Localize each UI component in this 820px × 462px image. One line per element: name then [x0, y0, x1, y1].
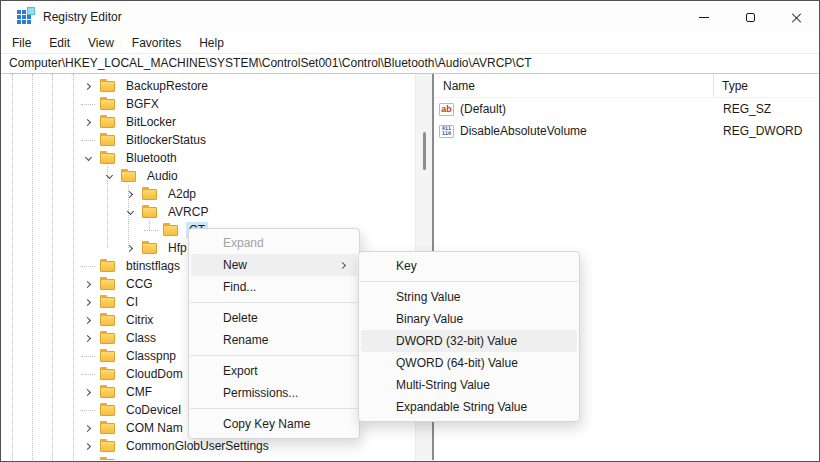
expand-toggle[interactable] [80, 329, 96, 347]
tree-item-backuprestore[interactable]: BackupRestore [2, 77, 415, 95]
column-header-name[interactable]: Name [434, 74, 714, 97]
expand-toggle[interactable] [122, 239, 138, 257]
expand-toggle[interactable] [80, 293, 96, 311]
value-name-cell: 011110DisableAbsoluteVolume [434, 124, 714, 138]
expand-toggle[interactable] [80, 383, 96, 401]
folder-icon [100, 117, 115, 128]
window-controls [681, 1, 819, 33]
expand-toggle[interactable] [101, 167, 117, 185]
folder-icon [100, 423, 115, 434]
context-menu-item-find[interactable]: Find... [191, 276, 357, 298]
column-header-type[interactable]: Type [714, 79, 818, 93]
tree-item-bluetooth[interactable]: Bluetooth [2, 149, 415, 167]
menu-separator [190, 302, 358, 303]
menubar-edit[interactable]: Edit [40, 33, 79, 53]
context-menu-item-rename[interactable]: Rename [191, 329, 357, 351]
tree-connector [80, 347, 96, 365]
value-row-default[interactable]: ab(Default)REG_SZ [434, 98, 818, 120]
chevron-right-icon [83, 442, 90, 449]
dotted-connector [81, 104, 95, 105]
menu-item-label: Find... [223, 280, 256, 294]
expand-toggle[interactable] [80, 455, 96, 460]
folder-icon [100, 333, 115, 344]
expand-toggle[interactable] [80, 437, 96, 455]
folder-icon [100, 81, 115, 92]
chevron-down-icon [105, 171, 112, 178]
dotted-connector [144, 230, 158, 231]
menu-separator [190, 355, 358, 356]
submenu-item-key[interactable]: Key [361, 255, 577, 277]
tree-item-a2dp[interactable]: A2dp [2, 185, 415, 203]
tree-item-avrcp[interactable]: AVRCP [2, 203, 415, 221]
value-type: REG_SZ [714, 102, 818, 116]
submenu-item-dword-32-bit-value[interactable]: DWORD (32-bit) Value [361, 330, 577, 352]
close-button[interactable] [773, 1, 819, 33]
context-menu-item-export[interactable]: Export [191, 360, 357, 382]
tree-item-bitlockerstatus[interactable]: BitlockerStatus [2, 131, 415, 149]
folder-icon [100, 297, 115, 308]
submenu-item-binary-value[interactable]: Binary Value [361, 308, 577, 330]
value-list: ab(Default)REG_SZ011110DisableAbsoluteVo… [434, 98, 818, 142]
scrollbar-thumb[interactable] [423, 132, 426, 170]
chevron-right-icon [83, 280, 90, 287]
menubar-file[interactable]: File [3, 33, 40, 53]
tree-connector [80, 365, 96, 383]
folder-icon [100, 405, 115, 416]
expand-toggle[interactable] [80, 419, 96, 437]
tree-item-blank[interactable] [2, 455, 415, 460]
expand-toggle[interactable] [122, 185, 138, 203]
menubar-view[interactable]: View [79, 33, 123, 53]
expand-toggle[interactable] [80, 149, 96, 167]
menu-separator [190, 408, 358, 409]
folder-icon [100, 261, 115, 272]
menu-item-label: String Value [396, 290, 460, 304]
tree-item-label: BackupRestore [123, 78, 211, 94]
submenu-item-multi-string-value[interactable]: Multi-String Value [361, 374, 577, 396]
menu-item-label: Binary Value [396, 312, 463, 326]
menu-item-label: Export [223, 364, 258, 378]
context-menu-item-new[interactable]: New [191, 254, 357, 276]
menu-separator [360, 281, 578, 282]
expand-toggle[interactable] [122, 203, 138, 221]
submenu-item-string-value[interactable]: String Value [361, 286, 577, 308]
context-menu-item-copy-key-name[interactable]: Copy Key Name [191, 413, 357, 435]
list-header: Name Type [434, 74, 818, 98]
maximize-button[interactable] [727, 1, 773, 33]
registry-editor-window: Registry Editor FileEditViewFavoritesHel… [0, 0, 820, 462]
expand-toggle[interactable] [80, 77, 96, 95]
chevron-right-icon [83, 424, 90, 431]
dotted-connector [81, 356, 95, 357]
context-menu-item-delete[interactable]: Delete [191, 307, 357, 329]
minimize-button[interactable] [681, 1, 727, 33]
dword-value-icon: 011110 [439, 125, 454, 138]
tree-item-label: COM Nam [123, 420, 186, 436]
tree-item-commonglobusersettings[interactable]: CommonGlobUserSettings [2, 437, 415, 455]
tree-item-audio[interactable]: Audio [2, 167, 415, 185]
tree-item-bitlocker[interactable]: BitLocker [2, 113, 415, 131]
context-menu-item-permissions[interactable]: Permissions... [191, 382, 357, 404]
chevron-right-icon [125, 190, 132, 197]
tree-item-label: Bluetooth [123, 150, 180, 166]
submenu-item-expandable-string-value[interactable]: Expandable String Value [361, 396, 577, 418]
window-title: Registry Editor [43, 10, 122, 24]
folder-icon [100, 135, 115, 146]
menubar-favorites[interactable]: Favorites [123, 33, 190, 53]
menubar-help[interactable]: Help [190, 33, 233, 53]
menu-item-label: Delete [223, 311, 258, 325]
expand-toggle[interactable] [80, 275, 96, 293]
tree-item-bgfx[interactable]: BGFX [2, 95, 415, 113]
tree-item-label: CloudDom [123, 366, 186, 382]
folder-icon [100, 315, 115, 326]
address-bar[interactable]: Computer\HKEY_LOCAL_MACHINE\SYSTEM\Contr… [1, 54, 819, 74]
expand-toggle[interactable] [80, 113, 96, 131]
tree-item-label: CommonGlobUserSettings [123, 438, 272, 454]
folder-icon [100, 387, 115, 398]
close-icon [791, 12, 802, 23]
expand-toggle[interactable] [80, 311, 96, 329]
submenu-item-qword-64-bit-value[interactable]: QWORD (64-bit) Value [361, 352, 577, 374]
value-row-disableabsolutevolume[interactable]: 011110DisableAbsoluteVolumeREG_DWORD [434, 120, 818, 142]
menu-item-label: Permissions... [223, 386, 298, 400]
value-name-cell: ab(Default) [434, 102, 714, 116]
chevron-right-icon [83, 316, 90, 323]
tree-item-label: Hfp [165, 240, 190, 256]
